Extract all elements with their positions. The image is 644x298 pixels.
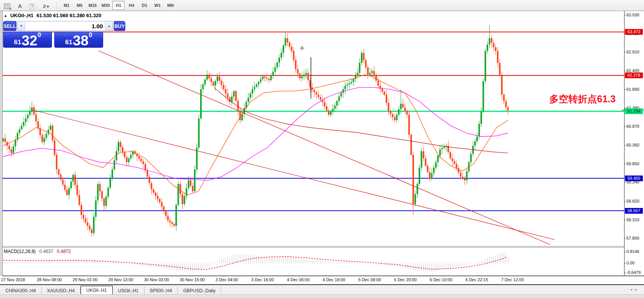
timeframe-button-m1[interactable]: M1 bbox=[60, 1, 73, 10]
buy-price-big-digits: 38 bbox=[73, 35, 88, 47]
tab-scroll-arrows[interactable]: ◂▸ bbox=[630, 287, 640, 292]
buy-price-handle: 61 bbox=[65, 39, 73, 45]
timeframe-button-h4[interactable]: H4 bbox=[125, 1, 138, 10]
caret-down-icon: ▾ bbox=[47, 4, 49, 9]
timeframe-button-h1[interactable]: H1 bbox=[112, 1, 125, 10]
sort-arrows-icon: ⇵ bbox=[42, 4, 47, 9]
window-left-edge bbox=[0, 11, 3, 276]
timeframe-button-w1[interactable]: W1 bbox=[151, 1, 163, 10]
timeframe-button-m15[interactable]: M15 bbox=[86, 1, 99, 10]
macd-indicator-header: MACD(12,26,9) 0.4637 0.4872 bbox=[4, 249, 71, 254]
window-bottom-strip bbox=[0, 294, 644, 298]
mt4-terminal: { "toolbar": { "icons": {"grid_f": "F", … bbox=[0, 0, 644, 298]
expander-triangle-icon[interactable]: ▲ bbox=[4, 14, 7, 18]
volume-stepper: ▼ ▲ bbox=[17, 21, 113, 31]
sell-price-pips: 0 bbox=[38, 32, 41, 38]
trade-panel-price-row: 61 32 0 61 38 0 bbox=[3, 32, 103, 48]
macd-signal-value: 0.4872 bbox=[57, 249, 71, 254]
chart-ohlc-values: 61.530 61.560 61.280 61.320 bbox=[37, 13, 102, 18]
chart-header: ▲ UKOil-,H1 61.530 61.560 61.280 61.320 bbox=[4, 13, 101, 18]
text-label-icon[interactable]: T bbox=[29, 2, 35, 9]
chart-tab-sp500-h4[interactable]: SP500-,H4 bbox=[144, 287, 178, 295]
arrange-arrows-icon[interactable]: ⇵ ▾ bbox=[42, 2, 49, 9]
timeframe-button-d1[interactable]: D1 bbox=[138, 1, 150, 10]
toolbar-separator bbox=[56, 2, 57, 9]
buy-price-pips: 0 bbox=[89, 32, 92, 38]
macd-value: 0.4637 bbox=[39, 249, 53, 254]
sell-price-button[interactable]: 61 32 0 bbox=[3, 32, 52, 48]
chart-tab-ukoil-h1[interactable]: UKOil-,H1 bbox=[81, 286, 113, 295]
volume-input[interactable] bbox=[25, 21, 105, 31]
macd-name: MACD(12,26,9) bbox=[4, 249, 36, 254]
volume-increase-button[interactable]: ▲ bbox=[105, 21, 113, 31]
tab-scroll-left-icon[interactable]: ◂ bbox=[630, 287, 635, 292]
font-a-icon[interactable]: A bbox=[18, 2, 22, 9]
timeframe-button-m30[interactable]: M30 bbox=[99, 1, 112, 10]
chart-tab-usoil-h1[interactable]: USOil-,H1 bbox=[113, 287, 144, 295]
chart-annotation-text: 多空转折点61.3 bbox=[549, 93, 616, 105]
timeframe-button-group: M1M5M15M30H1H4D1W1MN bbox=[60, 1, 177, 10]
chart-tab-gbpusd-daily[interactable]: GBPUSD-,Daily bbox=[178, 287, 221, 295]
top-toolbar: F A T ⇵ ▾ M1M5M15M30H1H4D1W1MN bbox=[0, 0, 644, 11]
timeframe-button-mn[interactable]: MN bbox=[164, 1, 176, 10]
one-click-trading-panel: SELL ▼ ▲ BUY 61 32 0 61 38 0 bbox=[3, 21, 103, 48]
volume-decrease-button[interactable]: ▼ bbox=[18, 21, 25, 31]
sell-button[interactable]: SELL bbox=[3, 21, 16, 31]
timeframe-button-m5[interactable]: M5 bbox=[73, 1, 86, 10]
sell-price-handle: 61 bbox=[14, 39, 21, 45]
chart-symbol-period: UKOil-,H1 bbox=[10, 13, 34, 18]
chart-tab-bar: CHINA300-,H4XAUUSD-,H4UKOil-,H1USOil-,H1… bbox=[0, 284, 644, 295]
chart-tab-china300-h4[interactable]: CHINA300-,H4 bbox=[0, 287, 42, 295]
tab-scroll-right-icon[interactable]: ▸ bbox=[635, 287, 640, 292]
buy-price-button[interactable]: 61 38 0 bbox=[54, 32, 103, 48]
boxed-t-icon: T bbox=[29, 4, 35, 9]
new-order-grid-icon[interactable]: F bbox=[4, 2, 10, 9]
trade-panel-top-row: SELL ▼ ▲ BUY bbox=[3, 21, 103, 31]
grid-icon: F bbox=[4, 3, 10, 9]
buy-button[interactable]: BUY bbox=[114, 21, 125, 31]
chart-tab-xauusd-h4[interactable]: XAUUSD-,H4 bbox=[42, 287, 81, 295]
sell-price-big-digits: 32 bbox=[21, 35, 37, 47]
